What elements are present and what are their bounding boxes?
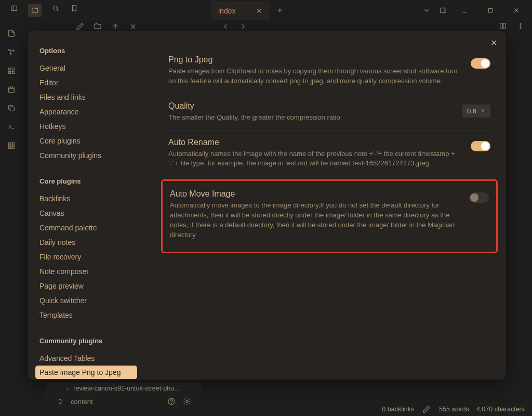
sidebar-item[interactable]: Command palette	[39, 220, 142, 235]
settings-sidebar[interactable]: OptionsGeneralEditorFiles and linksAppea…	[28, 31, 148, 380]
bookmark-icon[interactable]	[70, 4, 79, 13]
setting-png-to-jpeg: Png to Jpeg Paste images from ClipBoard …	[168, 48, 490, 94]
vault-row[interactable]: content	[46, 394, 202, 409]
sidebar-item[interactable]: Advanced Tables	[39, 351, 142, 366]
sidebar-item[interactable]: Page preview	[39, 279, 142, 293]
sidebar-item[interactable]: Files and links	[39, 90, 142, 105]
sidebar-item[interactable]: Quick switcher	[39, 293, 142, 308]
settings-panel: ✕ Png to Jpeg Paste images from ClipBoar…	[148, 31, 506, 380]
svg-point-36	[171, 404, 172, 404]
setting-title: Quality	[168, 101, 451, 111]
setting-auto-move: Auto Move Image Automatically move image…	[170, 185, 489, 244]
sidebar-item[interactable]: Hotkeys	[39, 119, 142, 134]
gear-icon[interactable]	[182, 396, 192, 407]
toggle-png-to-jpeg[interactable]	[471, 58, 490, 69]
setting-title: Auto Rename	[168, 138, 460, 147]
setting-desc: Automatically move images to the image d…	[170, 201, 459, 240]
sidebar-item[interactable]: Editor	[39, 75, 142, 90]
sidebar-item[interactable]: General	[39, 61, 142, 75]
search-icon[interactable]	[51, 4, 60, 13]
status-bar: 0 backlinks 555 words 4,070 characters	[375, 402, 532, 416]
sidebar-item[interactable]: Canvas	[39, 206, 142, 220]
svg-point-11	[13, 50, 15, 51]
title-bar: index ✕ +	[0, 0, 532, 21]
sidebar-item[interactable]: File recovery	[39, 250, 142, 264]
window-controls	[422, 3, 532, 18]
new-note-icon[interactable]	[6, 28, 17, 38]
files-icon[interactable]	[28, 4, 42, 17]
svg-rect-16	[12, 68, 14, 70]
status-backlinks[interactable]: 0 backlinks	[382, 406, 414, 413]
status-chars: 4,070 characters	[476, 406, 525, 413]
toggle-auto-rename[interactable]	[471, 141, 490, 151]
svg-line-14	[10, 50, 10, 53]
svg-rect-7	[488, 9, 492, 12]
close-window-button[interactable]	[507, 3, 526, 18]
toggle-auto-move[interactable]	[469, 192, 489, 203]
sidebar-item[interactable]: Templates	[39, 308, 142, 322]
sidebar-item[interactable]: Paste image Png to Jpeg	[35, 366, 137, 379]
sidebar-item[interactable]: Appearance	[39, 105, 142, 119]
sidebar-item[interactable]: Note composer	[39, 264, 142, 279]
chevron-right-icon: ›	[66, 386, 68, 392]
svg-line-13	[10, 50, 13, 51]
setting-desc: The smaller the Quality, the greater the…	[168, 113, 451, 123]
tree-item-label: review-canon-s92-untuk-street-pho...	[73, 385, 179, 392]
setting-title: Auto Move Image	[170, 189, 459, 199]
activity-bar	[0, 21, 23, 416]
setting-title: Png to Jpeg	[168, 55, 460, 64]
sidebar-heading: Options	[39, 47, 142, 55]
setting-quality: Quality The smaller the Quality, the gre…	[168, 94, 490, 131]
tree-item[interactable]: › review-canon-s92-untuk-street-pho...	[46, 383, 202, 394]
close-icon[interactable]: ✕	[256, 7, 262, 15]
pencil-icon[interactable]	[421, 404, 432, 414]
toolbar-left	[0, 4, 79, 17]
svg-rect-25	[9, 143, 15, 149]
svg-rect-18	[12, 71, 14, 73]
highlighted-setting: Auto Move Image Automatically move image…	[161, 179, 498, 253]
canvas-icon[interactable]	[6, 66, 17, 76]
table-icon[interactable]	[6, 140, 17, 151]
sidebar-heading: Core plugins	[39, 177, 142, 185]
svg-point-2	[53, 6, 57, 10]
maximize-button[interactable]	[481, 3, 500, 18]
calendar-icon[interactable]	[6, 84, 17, 95]
svg-rect-17	[9, 71, 11, 73]
updown-icon	[55, 396, 65, 407]
settings-modal: OptionsGeneralEditorFiles and linksAppea…	[28, 31, 506, 380]
tab-active[interactable]: index ✕	[211, 1, 270, 20]
svg-point-37	[186, 400, 188, 402]
status-words: 555 words	[439, 406, 469, 413]
svg-rect-15	[9, 68, 11, 70]
sidebar-toggle-icon[interactable]	[9, 4, 19, 13]
sidebar-item[interactable]: Daily notes	[39, 235, 142, 250]
tab-title: index	[218, 7, 235, 15]
minimize-button[interactable]	[455, 3, 474, 18]
sidebar-item[interactable]: Core plugins	[39, 134, 142, 148]
setting-auto-rename: Auto Rename Automatically names the imag…	[168, 131, 490, 177]
svg-rect-19	[9, 87, 15, 93]
svg-rect-23	[10, 107, 14, 111]
svg-rect-4	[441, 8, 446, 12]
new-tab-button[interactable]: +	[270, 5, 290, 16]
copy-icon[interactable]	[6, 103, 17, 113]
terminal-icon[interactable]	[6, 122, 17, 132]
quality-select[interactable]: 0.6 ▼	[462, 105, 490, 118]
chevron-down-icon[interactable]	[422, 6, 431, 15]
tab-strip: index ✕ +	[211, 0, 290, 21]
chevron-down-icon: ▼	[481, 108, 485, 113]
setting-desc: Automatically names the image with the n…	[168, 149, 460, 169]
sidebar-item[interactable]: Community plugins	[39, 148, 142, 163]
vault-name: content	[71, 398, 93, 406]
close-icon[interactable]: ✕	[487, 36, 500, 49]
file-explorer-footer: › review-canon-s92-untuk-street-pho... c…	[46, 383, 202, 416]
svg-rect-0	[11, 6, 17, 10]
graph-icon[interactable]	[6, 47, 17, 57]
svg-point-12	[10, 54, 11, 55]
select-value: 0.6	[467, 107, 476, 115]
help-icon[interactable]	[166, 396, 177, 407]
setting-desc: Paste images from ClipBoard to notes by …	[168, 67, 460, 86]
sidebar-heading: Community plugins	[39, 337, 142, 345]
sidebar-item[interactable]: Backlinks	[39, 191, 142, 206]
panel-right-icon[interactable]	[438, 6, 448, 15]
